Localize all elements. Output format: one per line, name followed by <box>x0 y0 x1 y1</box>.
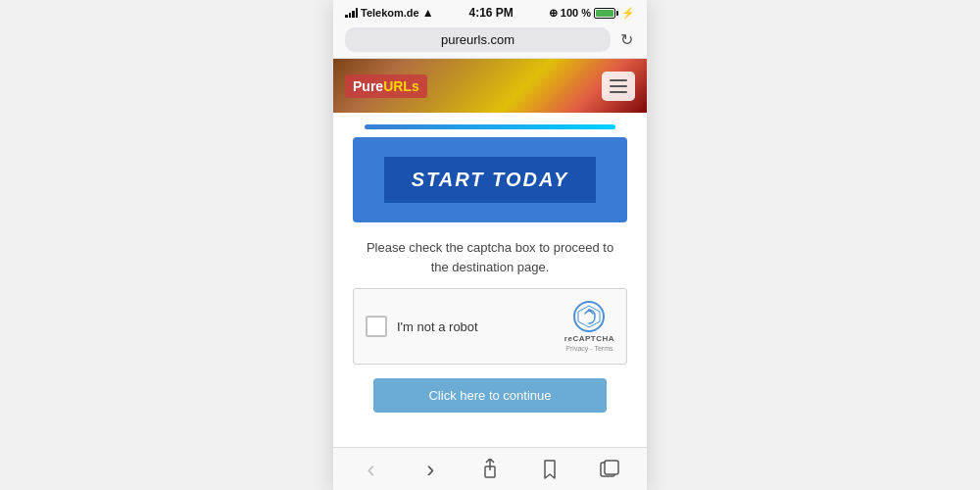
logo-suffix: URLs <box>383 78 419 94</box>
recaptcha-brand: reCAPTCHA <box>564 334 614 343</box>
bookmarks-button[interactable] <box>532 452 567 487</box>
signal-percent: 100 % <box>561 7 591 19</box>
hamburger-line-2 <box>610 85 627 87</box>
status-bar: Telekom.de ▲ 4:16 PM ⊕ 100 % ⚡ <box>333 0 647 24</box>
recaptcha-box: I'm not a robot reCAPTCHA Privacy - Term… <box>353 288 627 365</box>
browser-content: PureURLs START TODAY Please check the ca… <box>333 59 647 447</box>
site-header: PureURLs <box>333 59 647 113</box>
recaptcha-label: I'm not a robot <box>397 319 478 334</box>
status-left: Telekom.de ▲ <box>345 6 434 20</box>
tabs-button[interactable] <box>592 452 627 487</box>
recaptcha-right: reCAPTCHA Privacy - Terms <box>564 301 614 352</box>
battery-body <box>594 8 615 19</box>
back-icon: ‹ <box>367 456 374 483</box>
recaptcha-checkbox[interactable] <box>366 316 387 337</box>
reload-button[interactable]: ↻ <box>618 28 635 51</box>
tabs-icon <box>600 460 619 479</box>
time-label: 4:16 PM <box>469 6 514 20</box>
start-today-wrapper: START TODAY <box>353 137 627 222</box>
main-content: START TODAY Please check the captcha box… <box>333 137 647 432</box>
start-today-button[interactable]: START TODAY <box>384 157 597 203</box>
recaptcha-logo-icon <box>573 301 605 332</box>
hamburger-line-1 <box>610 79 627 81</box>
forward-icon: › <box>426 456 434 483</box>
captcha-message: Please check the captcha box to proceed … <box>353 238 627 276</box>
site-logo: PureURLs <box>345 74 427 98</box>
forward-button[interactable]: › <box>413 452 448 487</box>
status-right: ⊕ 100 % ⚡ <box>549 7 635 20</box>
continue-button[interactable]: Click here to continue <box>373 378 607 413</box>
share-button[interactable] <box>472 452 508 487</box>
battery-fill <box>596 10 613 17</box>
bottom-toolbar: ‹ › <box>333 447 647 490</box>
battery-tip <box>616 11 618 16</box>
hamburger-button[interactable] <box>602 72 635 101</box>
hamburger-line-3 <box>610 91 627 93</box>
svg-rect-4 <box>605 461 618 474</box>
wifi-icon: ▲ <box>422 6 434 20</box>
recaptcha-left: I'm not a robot <box>366 316 478 337</box>
address-bar: pureurls.com ↻ <box>333 24 647 59</box>
url-text: pureurls.com <box>441 32 514 47</box>
battery <box>594 8 618 19</box>
signal-bars <box>345 8 358 18</box>
phone-frame: Telekom.de ▲ 4:16 PM ⊕ 100 % ⚡ pureurls.… <box>333 0 647 490</box>
progress-strip <box>365 124 615 129</box>
location-icon: ⊕ <box>549 7 558 20</box>
recaptcha-links: Privacy - Terms <box>565 345 612 352</box>
carrier-label: Telekom.de <box>361 7 419 19</box>
share-icon <box>481 459 499 480</box>
bookmarks-icon <box>540 459 560 480</box>
charging-icon: ⚡ <box>621 7 635 20</box>
url-pill[interactable]: pureurls.com <box>345 27 611 52</box>
back-button[interactable]: ‹ <box>353 452 388 487</box>
logo-prefix: Pure <box>353 78 383 94</box>
